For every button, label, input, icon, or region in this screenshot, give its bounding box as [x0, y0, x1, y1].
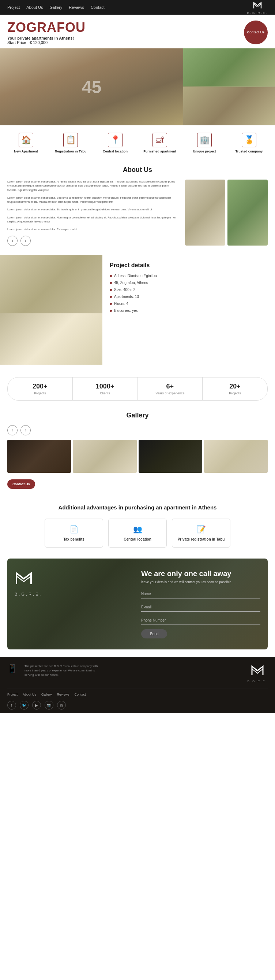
advantage-location-icon: 👥	[133, 525, 142, 534]
advantages-grid: 📄 Tax benefits 👥 Central location 📝 Priv…	[7, 519, 268, 547]
about-image-2	[228, 180, 268, 245]
footer-nav-gallery[interactable]: Gallery	[41, 693, 52, 696]
carousel-prev-button[interactable]: ‹	[7, 235, 17, 246]
about-text: Lorem ipsum dolor sit amet consectetur. …	[7, 180, 179, 246]
advantage-location: 👥 Central location	[108, 519, 167, 547]
feature-location: 📍 Central location	[97, 133, 133, 153]
advantage-location-label: Central location	[123, 537, 152, 541]
hero-subtitle: Your private apartments in Athens!	[7, 36, 85, 40]
phone-input[interactable]	[141, 616, 260, 625]
project-detail-4: Floors: 4	[110, 302, 268, 305]
contact-heading: We are only one call away	[141, 570, 260, 578]
nav-logo-text: B.G.R.E.	[247, 12, 268, 15]
feature-trusted: 🏅 Trusted company	[231, 133, 267, 153]
footer-nav: Project About Us Gallery Reviews Contact	[7, 693, 268, 696]
email-input[interactable]	[141, 603, 260, 612]
contact-logo-icon	[15, 570, 134, 590]
carousel-next-button[interactable]: ›	[21, 235, 31, 246]
stats-row: 200+ Projects 1000+ Clients 6+ Years of …	[7, 377, 268, 401]
feature-trusted-label: Trusted company	[235, 150, 263, 153]
hero-price: Start Price - € 120,000	[7, 40, 85, 45]
nav-project[interactable]: Project	[7, 5, 20, 10]
gallery-thumb-2	[73, 440, 136, 473]
footer-top: 📱 The presenter: we are B.G.R.E real est…	[7, 664, 268, 683]
footer-social: f 🐦 ▶ 📷 in	[7, 701, 268, 710]
gallery-contact-button[interactable]: Contact Us	[7, 479, 35, 489]
project-detail-5: Balconies: yes	[110, 309, 268, 313]
about-para-1: Lorem ipsum dolor sit amet consectetur. …	[7, 180, 179, 192]
hero-img-right-bottom	[183, 87, 275, 125]
send-button[interactable]: Send	[141, 629, 167, 638]
registration-tabu-icon: 📝	[197, 525, 206, 534]
name-input[interactable]	[141, 590, 260, 598]
project-image-top	[0, 255, 103, 313]
advantage-registration: 📝 Private registration in Tabu	[172, 519, 231, 547]
footer-logo-text: B.G.R.E.	[247, 679, 268, 683]
feature-unique-label: Unique project	[193, 150, 216, 153]
project-detail-1: 45, Zografou, Athens	[110, 281, 268, 285]
project-detail-3: Apartments: 13	[110, 295, 268, 299]
gallery-thumb-1	[7, 440, 71, 473]
location-icon: 📍	[108, 133, 123, 147]
stat-6-number: 6+	[141, 383, 200, 390]
hero-img-right	[183, 48, 275, 125]
contact-section: B.G.R.E. We are only one call away leave…	[7, 558, 268, 649]
project-detail-2: Size: 400 m2	[110, 288, 268, 292]
stat-20: 20+ Projects	[202, 377, 267, 400]
project-images	[0, 255, 103, 365]
advantages-title: Additional advantages in purchasing an a…	[7, 504, 268, 511]
nav-about[interactable]: About Us	[26, 5, 43, 10]
footer-nav-reviews[interactable]: Reviews	[57, 693, 70, 696]
nav-contact[interactable]: Contact	[91, 5, 104, 10]
about-para-5: Lorem ipsum dolor sit amet consectetur. …	[7, 227, 179, 231]
stat-200-label: Projects	[11, 391, 70, 395]
tax-icon: 📄	[70, 525, 79, 534]
footer-divider	[7, 689, 268, 689]
about-section: About Us Lorem ipsum dolor sit amet cons…	[0, 157, 275, 255]
project-section: Project details Adress: Dionisiou Eginit…	[0, 255, 275, 374]
gallery-thumb-3	[139, 440, 202, 473]
nav-gallery[interactable]: Gallery	[50, 5, 63, 10]
instagram-icon[interactable]: 📷	[44, 701, 54, 710]
feature-new-apartment-label: New Apartment	[14, 150, 38, 153]
footer-nav-about[interactable]: About Us	[23, 693, 36, 696]
stat-200: 200+ Projects	[8, 377, 73, 400]
hero-title: ZOGRAFOU	[7, 20, 85, 35]
advantage-tax: 📄 Tax benefits	[44, 519, 103, 547]
footer-nav-project[interactable]: Project	[7, 693, 17, 696]
hero-img-right-top	[183, 48, 275, 86]
nav-logo: B.G.R.E.	[247, 0, 268, 15]
gallery-prev-button[interactable]: ‹	[7, 425, 17, 435]
footer-nav-contact[interactable]: Contact	[74, 693, 86, 696]
about-para-3: Lorem ipsum dolor sit amet consectetur. …	[7, 207, 179, 212]
project-detail-0: Adress: Dionisiou Eginitou	[110, 274, 268, 278]
project-details-title: Project details	[110, 262, 268, 269]
hero-img-left: 45	[0, 48, 183, 125]
hero-contact-button[interactable]: Contact Us	[244, 21, 268, 45]
feature-furnished-label: Furnished apartment	[143, 150, 176, 153]
gallery-title: Gallery	[7, 412, 268, 419]
contact-form: Send	[141, 590, 260, 638]
whatsapp-icon[interactable]: 📱	[7, 664, 17, 674]
footer: 📱 The presenter: we are B.G.R.E real est…	[0, 657, 275, 713]
stat-1000-label: Clients	[76, 391, 134, 395]
youtube-icon[interactable]: ▶	[32, 701, 41, 710]
gallery-nav: ‹ ›	[7, 425, 268, 435]
navbar: Project About Us Gallery Reviews Contact…	[0, 0, 275, 15]
stat-1000-number: 1000+	[76, 383, 134, 390]
feature-registration: 📋 Registration in Tabu	[52, 133, 89, 153]
nav-reviews[interactable]: Reviews	[69, 5, 84, 10]
about-images	[185, 180, 268, 246]
facebook-icon[interactable]: f	[7, 701, 16, 710]
about-para-2: Lorem ipsum dolor sit amet consectetur. …	[7, 196, 179, 204]
twitter-icon[interactable]: 🐦	[20, 701, 28, 710]
gallery-next-button[interactable]: ›	[21, 425, 31, 435]
stat-200-number: 200+	[11, 383, 70, 390]
gallery-thumb-4	[204, 440, 268, 473]
contact-right: We are only one call away leave your det…	[141, 570, 260, 638]
linkedin-icon[interactable]: in	[57, 701, 66, 710]
gallery-section: Gallery ‹ › Contact Us	[0, 408, 275, 496]
tax-label: Tax benefits	[63, 537, 84, 541]
nav-links: Project About Us Gallery Reviews Contact	[7, 5, 104, 10]
hero-image: 45	[0, 48, 275, 125]
